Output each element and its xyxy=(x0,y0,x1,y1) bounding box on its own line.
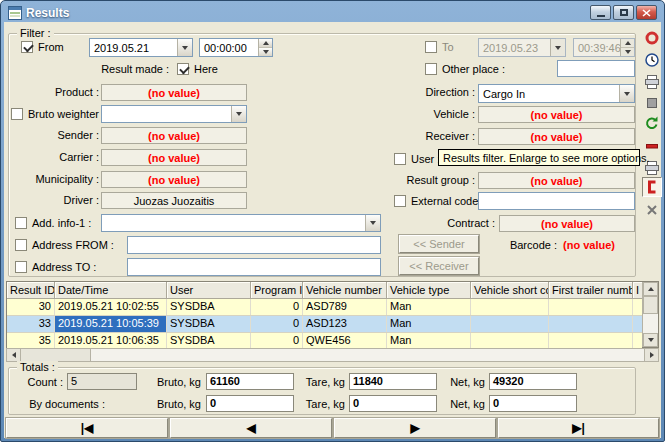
address-to-checkbox[interactable]: Address TO : xyxy=(15,260,96,274)
from-checkbox[interactable]: From xyxy=(21,40,64,54)
grid-cell[interactable]: ASD789 xyxy=(303,299,387,315)
direction-combo[interactable]: Cargo In xyxy=(478,84,635,103)
checkbox-unchecked-icon[interactable] xyxy=(425,41,437,53)
grid-cell[interactable] xyxy=(471,333,549,349)
toolbar-button-refresh[interactable] xyxy=(642,113,662,133)
dropdown-button[interactable] xyxy=(177,39,192,56)
nav-next-button[interactable]: ▶ xyxy=(334,418,496,438)
municipality-field[interactable]: (no value) xyxy=(101,171,247,188)
from-date-combo[interactable]: 2019.05.21 xyxy=(89,38,193,57)
bruto-weighter-checkbox[interactable]: Bruto weighter : xyxy=(11,107,105,121)
user-checkbox[interactable]: User : xyxy=(394,152,440,166)
column-header[interactable]: First trailer number xyxy=(549,282,633,299)
grid-cell[interactable]: QWE456 xyxy=(303,333,387,349)
titlebar[interactable]: Results xyxy=(4,4,661,22)
grid-cell[interactable] xyxy=(549,299,633,315)
checkbox-unchecked-icon[interactable] xyxy=(15,261,27,273)
from-time-spinner[interactable]: 00:00:00 xyxy=(199,38,273,57)
external-code-checkbox[interactable]: External code : xyxy=(394,194,484,208)
toolbar-button-print[interactable] xyxy=(642,72,662,92)
close-button[interactable] xyxy=(636,5,657,20)
checkbox-unchecked-icon[interactable] xyxy=(11,108,23,120)
spin-down-button[interactable] xyxy=(259,48,272,56)
checkbox-checked-icon[interactable] xyxy=(177,63,189,75)
here-checkbox[interactable]: Here xyxy=(177,62,218,76)
sender-field[interactable]: (no value) xyxy=(101,127,247,144)
vertical-scrollbar-track[interactable] xyxy=(643,314,658,333)
toolbar-button-clock[interactable] xyxy=(642,50,662,70)
toolbar-button-delete[interactable] xyxy=(642,200,662,220)
checkbox-unchecked-icon[interactable] xyxy=(394,195,406,207)
dropdown-button[interactable] xyxy=(365,215,380,231)
scroll-down-button[interactable] xyxy=(643,333,658,347)
nav-first-button[interactable]: |◀ xyxy=(6,418,168,438)
table-row[interactable]: 30 2019.05.21 10:02:55 SYSDBA 0 ASD789 M… xyxy=(7,299,642,316)
carrier-field[interactable]: (no value) xyxy=(101,149,247,166)
maximize-button[interactable] xyxy=(613,5,634,20)
to-date-combo[interactable]: 2019.05.23 xyxy=(478,38,566,57)
grid-cell[interactable] xyxy=(633,299,642,315)
spin-down-button[interactable] xyxy=(621,48,634,56)
grid-cell[interactable]: 33 xyxy=(7,316,55,332)
dropdown-button[interactable] xyxy=(231,106,246,122)
checkbox-checked-icon[interactable] xyxy=(21,41,33,53)
external-code-input[interactable] xyxy=(478,192,635,210)
grid-cell[interactable] xyxy=(633,316,642,332)
grid-cell[interactable]: 30 xyxy=(7,299,55,315)
receiver-transfer-button[interactable]: << Receiver xyxy=(399,257,479,275)
to-checkbox[interactable]: To xyxy=(425,40,454,54)
column-header[interactable]: Program ID xyxy=(251,282,303,299)
scroll-right-button[interactable] xyxy=(644,349,658,361)
address-to-input[interactable] xyxy=(127,258,381,276)
grid-horizontal-scrollbar[interactable] xyxy=(6,348,659,362)
minimize-button[interactable] xyxy=(590,5,611,20)
column-header[interactable]: Vehicle type xyxy=(387,282,471,299)
checkbox-unchecked-icon[interactable] xyxy=(15,239,27,251)
dropdown-button[interactable] xyxy=(550,39,565,56)
grid-cell-focused[interactable]: 2019.05.21 10:05:39 xyxy=(55,316,167,332)
grid-cell[interactable]: 2019.05.21 10:06:35 xyxy=(55,333,167,349)
scroll-up-button[interactable] xyxy=(643,282,658,296)
grid-cell[interactable] xyxy=(471,316,549,332)
address-from-input[interactable] xyxy=(127,236,381,254)
results-grid[interactable]: Result ID Date/Time User Program ID Vehi… xyxy=(6,281,659,348)
nav-prev-button[interactable]: ◀ xyxy=(170,418,332,438)
nav-last-button[interactable]: ▶| xyxy=(498,418,659,438)
grid-cell[interactable]: ASD123 xyxy=(303,316,387,332)
grid-cell[interactable] xyxy=(633,333,642,349)
grid-cell[interactable] xyxy=(549,316,633,332)
add-info1-combo[interactable] xyxy=(101,214,381,232)
product-field[interactable]: (no value) xyxy=(101,84,247,101)
bruto-weighter-combo[interactable] xyxy=(101,105,247,123)
horizontal-scrollbar-thumb[interactable] xyxy=(21,349,91,361)
grid-cell[interactable]: 2019.05.21 10:02:55 xyxy=(55,299,167,315)
result-group-field[interactable]: (no value) xyxy=(478,172,635,189)
toolbar-button-stop[interactable] xyxy=(642,93,662,113)
vertical-scrollbar-thumb[interactable] xyxy=(643,296,658,314)
table-row-selected[interactable]: 33 2019.05.21 10:05:39 SYSDBA 0 ASD123 M… xyxy=(7,316,642,333)
spin-up-button[interactable] xyxy=(259,39,272,48)
column-header[interactable]: User xyxy=(167,282,251,299)
grid-cell[interactable]: 0 xyxy=(251,299,303,315)
toolbar-button-ring[interactable] xyxy=(642,28,662,48)
grid-cell[interactable]: Man xyxy=(387,333,471,349)
other-place-input[interactable] xyxy=(557,60,635,77)
horizontal-scrollbar-track[interactable] xyxy=(91,349,644,361)
add-info1-checkbox[interactable]: Add. info-1 : xyxy=(15,216,91,230)
grid-cell[interactable] xyxy=(471,299,549,315)
scroll-left-button[interactable] xyxy=(7,349,21,361)
sender-transfer-button[interactable]: << Sender xyxy=(399,235,479,253)
address-from-checkbox[interactable]: Address FROM : xyxy=(15,238,114,252)
receiver-field[interactable]: (no value) xyxy=(478,128,635,145)
other-place-checkbox[interactable]: Other place : xyxy=(425,62,505,76)
column-header[interactable]: Result ID xyxy=(7,282,55,299)
grid-cell[interactable]: 35 xyxy=(7,333,55,349)
vehicle-field[interactable]: (no value) xyxy=(478,106,635,123)
column-header[interactable]: Vehicle number xyxy=(303,282,387,299)
checkbox-unchecked-icon[interactable] xyxy=(394,153,406,165)
grid-vertical-scrollbar[interactable] xyxy=(642,282,658,347)
contract-field[interactable]: (no value) xyxy=(499,215,635,232)
checkbox-unchecked-icon[interactable] xyxy=(15,217,27,229)
column-header[interactable]: Date/Time xyxy=(55,282,167,299)
grid-cell[interactable]: SYSDBA xyxy=(167,299,251,315)
